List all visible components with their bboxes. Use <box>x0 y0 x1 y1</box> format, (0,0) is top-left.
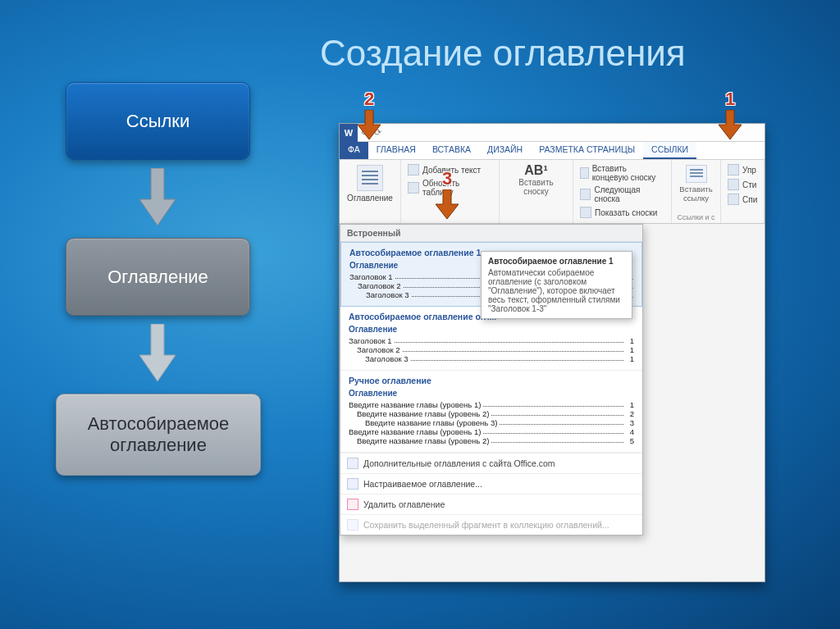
toc-line: Введите название главы (уровень 1)1 <box>349 400 634 409</box>
insert-footnote-button[interactable]: Вставить сноску <box>506 178 566 196</box>
toc-line: Заголовок 31 <box>349 354 634 363</box>
toc-line-text: Введите название главы (уровень 2) <box>357 409 489 418</box>
dropdown-header: Встроенный <box>340 225 642 242</box>
show-footnotes-button[interactable]: Показать сноски <box>580 206 664 219</box>
more-from-office-label: Дополнительные оглавления с сайта Office… <box>363 458 555 468</box>
toc-line-text: Введите название главы (уровень 2) <box>357 436 489 445</box>
toc-line: Введите название главы (уровень 2)2 <box>349 409 634 418</box>
toc-line-page: 3 <box>626 418 634 427</box>
misc-icon <box>728 194 739 205</box>
tooltip-title: Автособираемое оглавление 1 <box>488 257 625 266</box>
custom-toc-icon <box>347 478 358 490</box>
toc-line-text: Введите название главы (уровень 3) <box>365 418 497 427</box>
ribbon-group-citation: Вставить ссылку Ссылки и с <box>672 160 721 223</box>
toc-option-manual-title: Ручное оглавление <box>349 376 634 385</box>
misc-spi[interactable]: Спи <box>728 193 757 206</box>
callout-1: 1 <box>714 89 746 139</box>
word-screenshot: W ↺ ⟳ ФА ГЛАВНАЯ ВСТАВКА ДИЗАЙН РАЗМЕТКА… <box>339 123 765 582</box>
more-from-office-button[interactable]: Дополнительные оглавления с сайта Office… <box>340 453 642 473</box>
misc-sti-label: Сти <box>742 180 756 189</box>
slide-title: Создание оглавления <box>320 33 686 74</box>
toc-button-label: Оглавление <box>347 194 393 203</box>
toc-line-page: 1 <box>626 345 634 354</box>
toc-line-page: 4 <box>626 427 634 436</box>
toc-line-page: 1 <box>626 400 634 409</box>
callout-2-number: 2 <box>353 89 386 110</box>
toc-line-leader <box>403 345 623 352</box>
tab-home[interactable]: ГЛАВНАЯ <box>368 142 424 159</box>
next-footnote-button[interactable]: Следующая сноска <box>580 185 664 204</box>
toc-button[interactable]: Оглавление <box>346 165 394 203</box>
misc-sti[interactable]: Сти <box>728 178 757 191</box>
remove-icon <box>347 499 358 510</box>
slide: Создание оглавления Ссылки Оглавление Ав… <box>0 0 840 629</box>
insert-link-button[interactable]: Вставить ссылку <box>678 185 714 203</box>
flow-step-2-label: Оглавление <box>107 267 208 288</box>
tab-file[interactable]: ФА <box>340 142 368 159</box>
toc-line-leader <box>483 427 623 434</box>
misc-upr[interactable]: Упр <box>728 163 757 176</box>
show-footnotes-label: Показать сноски <box>595 208 657 217</box>
toc-line: Заголовок 11 <box>349 336 634 345</box>
tab-design[interactable]: ДИЗАЙН <box>479 142 531 159</box>
callout-3-number: 3 <box>431 168 463 189</box>
title-bar: W ↺ ⟳ <box>340 124 765 142</box>
misc-spi-label: Спи <box>742 195 757 204</box>
show-footnotes-icon <box>580 207 591 218</box>
tab-insert[interactable]: ВСТАВКА <box>424 142 479 159</box>
ribbon-group-footnotes-extra: Вставить концевую сноску Следующая сноск… <box>573 160 672 223</box>
toc-line-page: 5 <box>626 436 634 445</box>
toc-line-page: 1 <box>626 354 634 363</box>
insert-endnote-button[interactable]: Вставить концевую сноску <box>580 163 664 183</box>
next-footnote-icon <box>580 189 591 200</box>
toc-line-page: 2 <box>626 409 634 418</box>
toc-dropdown: Встроенный Автособираемое оглавление 1 О… <box>340 224 643 536</box>
callout-1-number: 1 <box>714 89 746 110</box>
remove-toc-button[interactable]: Удалить оглавление <box>340 494 642 514</box>
toc-line-text: Заголовок 2 <box>358 281 401 290</box>
save-icon <box>347 519 358 531</box>
ribbon-body: Оглавление Добавить текст Обновить табли… <box>340 160 765 224</box>
custom-toc-button[interactable]: Настраиваемое оглавление... <box>340 473 642 494</box>
callout-3: 3 <box>431 168 463 219</box>
toc-line-leader <box>411 354 623 361</box>
toc-line-leader <box>395 336 623 343</box>
save-selection-label: Сохранить выделенный фрагмент в коллекци… <box>363 520 609 530</box>
toc-option-manual[interactable]: Ручное оглавление Оглавление Введите наз… <box>340 371 642 453</box>
endnote-icon <box>580 167 589 179</box>
toc-option-auto1[interactable]: Автособираемое оглавление 1 Оглавление З… <box>340 242 642 307</box>
ribbon-group-citation-caption: Ссылки и с <box>672 213 720 221</box>
toc-line: Введите название главы (уровень 2)5 <box>349 436 634 445</box>
toc-line-text: Заголовок 3 <box>365 354 409 363</box>
add-text-icon <box>408 164 419 175</box>
toc-line-text: Заголовок 1 <box>349 336 392 345</box>
toc-line-text: Заголовок 1 <box>349 272 393 281</box>
tab-layout[interactable]: РАЗМЕТКА СТРАНИЦЫ <box>531 142 643 159</box>
misc-icon <box>728 179 739 190</box>
arrow-down-icon <box>139 168 176 226</box>
flow-step-1: Ссылки <box>66 82 250 160</box>
toc-line-leader <box>500 418 623 425</box>
callout-2: 2 <box>353 89 386 139</box>
flow-step-3-label: Автособираемое оглавление <box>65 413 252 456</box>
toc-line-text: Заголовок 2 <box>357 345 400 354</box>
misc-icon <box>728 164 739 175</box>
office-icon <box>347 458 358 469</box>
tooltip: Автособираемое оглавление 1 Автоматическ… <box>481 251 632 319</box>
ribbon-group-toc: Оглавление <box>340 160 401 223</box>
remove-toc-label: Удалить оглавление <box>363 499 445 509</box>
tab-references[interactable]: ССЫЛКИ <box>643 142 696 159</box>
misc-upr-label: Упр <box>742 166 756 175</box>
toc-line-text: Заголовок 3 <box>366 290 409 299</box>
update-table-icon <box>408 182 419 194</box>
insert-endnote-label: Вставить концевую сноску <box>592 164 664 182</box>
toc-section-label: Оглавление <box>349 389 634 398</box>
footnote-ab-icon: AB¹ <box>506 163 566 178</box>
ribbon-tabs: ФА ГЛАВНАЯ ВСТАВКА ДИЗАЙН РАЗМЕТКА СТРАН… <box>340 142 765 160</box>
insert-link-icon <box>686 165 707 183</box>
toc-line-leader <box>491 409 623 416</box>
toc-line-leader <box>483 400 623 407</box>
tooltip-body: Автоматически собираемое оглавление (с з… <box>488 268 625 313</box>
flow-step-2: Оглавление <box>66 238 250 316</box>
toc-line-text: Введите название главы (уровень 1) <box>349 427 481 436</box>
